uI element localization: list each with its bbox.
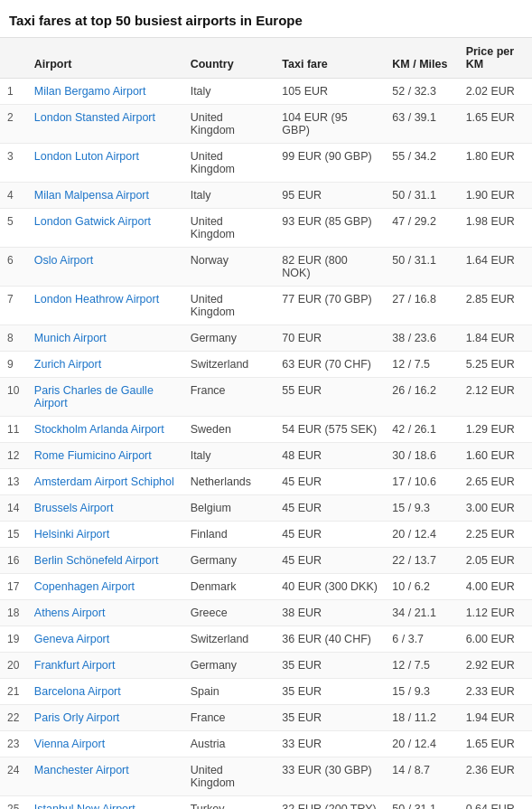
price-per-km: 0.64 EUR <box>459 796 532 810</box>
row-number: 20 <box>0 653 27 679</box>
row-number: 19 <box>0 626 27 653</box>
airport-name[interactable]: Vienna Airport <box>27 731 183 757</box>
price-per-km: 1.65 EUR <box>459 105 532 144</box>
km-miles: 50 / 31.1 <box>385 248 458 287</box>
airport-name[interactable]: Paris Orly Airport <box>27 705 183 731</box>
km-miles: 15 / 9.3 <box>385 495 458 522</box>
row-number: 18 <box>0 600 27 626</box>
price-per-km: 1.80 EUR <box>459 144 532 183</box>
table-row: 5London Gatwick AirportUnited Kingdom93 … <box>0 209 532 248</box>
km-miles: 12 / 7.5 <box>385 653 458 679</box>
airport-name[interactable]: Athens Airport <box>27 600 183 626</box>
price-per-km: 1.29 EUR <box>459 417 532 443</box>
airport-name[interactable]: Paris Charles de Gaulle Airport <box>27 378 183 417</box>
price-per-km: 4.00 EUR <box>459 574 532 600</box>
taxi-fare: 48 EUR <box>275 443 385 469</box>
taxi-fare: 82 EUR (800 NOK) <box>275 248 385 287</box>
km-miles: 14 / 8.7 <box>385 757 458 796</box>
row-number: 15 <box>0 522 27 548</box>
country: Germany <box>183 653 275 679</box>
country: Germany <box>183 325 275 352</box>
price-per-km: 2.12 EUR <box>459 378 532 417</box>
table-row: 6Oslo AirportNorway82 EUR (800 NOK)50 / … <box>0 248 532 287</box>
airport-name[interactable]: Zurich Airport <box>27 352 183 378</box>
row-number: 10 <box>0 378 27 417</box>
taxi-fare: 45 EUR <box>275 469 385 495</box>
km-miles: 38 / 23.6 <box>385 325 458 352</box>
table-row: 17Copenhagen AirportDenmark40 EUR (300 D… <box>0 574 532 600</box>
airport-name[interactable]: Munich Airport <box>27 325 183 352</box>
col-header-airport: Airport <box>27 38 183 79</box>
price-per-km: 2.05 EUR <box>459 548 532 574</box>
airport-name[interactable]: London Gatwick Airport <box>27 209 183 248</box>
price-per-km: 1.60 EUR <box>459 443 532 469</box>
km-miles: 15 / 9.3 <box>385 679 458 705</box>
km-miles: 6 / 3.7 <box>385 626 458 653</box>
table-row: 23Vienna AirportAustria33 EUR20 / 12.41.… <box>0 731 532 757</box>
table-row: 8Munich AirportGermany70 EUR38 / 23.61.8… <box>0 325 532 352</box>
country: Austria <box>183 731 275 757</box>
country: Norway <box>183 248 275 287</box>
row-number: 4 <box>0 183 27 209</box>
price-per-km: 1.94 EUR <box>459 705 532 731</box>
price-per-km: 5.25 EUR <box>459 352 532 378</box>
row-number: 17 <box>0 574 27 600</box>
price-per-km: 1.84 EUR <box>459 325 532 352</box>
airport-name[interactable]: Stockholm Arlanda Airport <box>27 417 183 443</box>
country: France <box>183 378 275 417</box>
airport-name[interactable]: Copenhagen Airport <box>27 574 183 600</box>
airport-name[interactable]: Barcelona Airport <box>27 679 183 705</box>
km-miles: 12 / 7.5 <box>385 352 458 378</box>
taxi-fare: 45 EUR <box>275 548 385 574</box>
airport-name[interactable]: Helsinki Airport <box>27 522 183 548</box>
airport-name[interactable]: London Stansted Airport <box>27 105 183 144</box>
country: United Kingdom <box>183 209 275 248</box>
airport-name[interactable]: Istanbul New Airport <box>27 796 183 810</box>
row-number: 2 <box>0 105 27 144</box>
price-per-km: 2.33 EUR <box>459 679 532 705</box>
table-row: 25Istanbul New AirportTurkey32 EUR (200 … <box>0 796 532 810</box>
country: Switzerland <box>183 626 275 653</box>
airport-name[interactable]: Rome Fiumicino Airport <box>27 443 183 469</box>
row-number: 24 <box>0 757 27 796</box>
airport-name[interactable]: Frankfurt Airport <box>27 653 183 679</box>
country: Belgium <box>183 495 275 522</box>
price-per-km: 1.64 EUR <box>459 248 532 287</box>
airport-name[interactable]: Milan Malpensa Airport <box>27 183 183 209</box>
row-number: 14 <box>0 495 27 522</box>
airport-name[interactable]: Manchester Airport <box>27 757 183 796</box>
km-miles: 18 / 11.2 <box>385 705 458 731</box>
row-number: 25 <box>0 796 27 810</box>
country: Netherlands <box>183 469 275 495</box>
taxi-fare: 35 EUR <box>275 653 385 679</box>
price-per-km: 1.98 EUR <box>459 209 532 248</box>
row-number: 21 <box>0 679 27 705</box>
taxi-fare: 45 EUR <box>275 522 385 548</box>
airport-name[interactable]: Oslo Airport <box>27 248 183 287</box>
airport-name[interactable]: Amsterdam Airport Schiphol <box>27 469 183 495</box>
taxi-fare: 36 EUR (40 CHF) <box>275 626 385 653</box>
row-number: 16 <box>0 548 27 574</box>
airport-name[interactable]: Berlin Schönefeld Airport <box>27 548 183 574</box>
col-header-country: Country <box>183 38 275 79</box>
price-per-km: 6.00 EUR <box>459 626 532 653</box>
airport-name[interactable]: London Luton Airport <box>27 144 183 183</box>
country: United Kingdom <box>183 287 275 325</box>
km-miles: 10 / 6.2 <box>385 574 458 600</box>
price-per-km: 3.00 EUR <box>459 495 532 522</box>
table-row: 1Milan Bergamo AirportItaly105 EUR52 / 3… <box>0 79 532 105</box>
airport-name[interactable]: Geneva Airport <box>27 626 183 653</box>
row-number: 3 <box>0 144 27 183</box>
col-header-num <box>0 38 27 79</box>
airport-name[interactable]: London Heathrow Airport <box>27 287 183 325</box>
airport-name[interactable]: Milan Bergamo Airport <box>27 79 183 105</box>
airport-name[interactable]: Brussels Airport <box>27 495 183 522</box>
taxi-fare: 35 EUR <box>275 679 385 705</box>
price-per-km: 2.36 EUR <box>459 757 532 796</box>
taxi-fare: 33 EUR (30 GBP) <box>275 757 385 796</box>
km-miles: 17 / 10.6 <box>385 469 458 495</box>
country: France <box>183 705 275 731</box>
km-miles: 55 / 34.2 <box>385 144 458 183</box>
taxi-fare: 54 EUR (575 SEK) <box>275 417 385 443</box>
airport-fare-table: Airport Country Taxi fare KM / Miles Pri… <box>0 37 532 809</box>
